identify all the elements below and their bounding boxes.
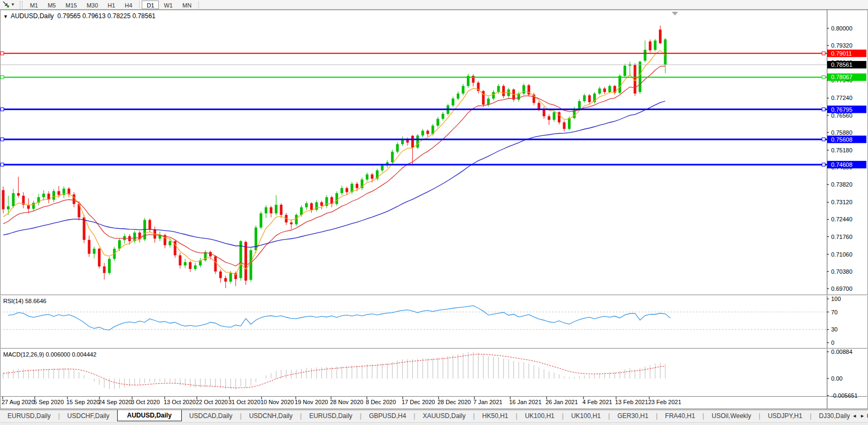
- candle-body: [42, 194, 45, 197]
- timeframe-button-m15[interactable]: M15: [60, 1, 81, 9]
- price-tick-label: 0.75880: [831, 129, 852, 136]
- toolbar-grip-handle[interactable]: [20, 1, 22, 9]
- tab-usdcad-daily[interactable]: USDCAD,Daily: [182, 410, 240, 421]
- time-tick-label: 26 Jan 2021: [546, 399, 578, 405]
- tab-eurusd-daily[interactable]: EURUSD,Daily: [302, 410, 360, 421]
- timeframe-button-d1[interactable]: D1: [142, 1, 159, 9]
- candle-body: [568, 118, 571, 129]
- price-tick-label: 0.70380: [831, 268, 852, 275]
- tab-usdcnh-daily[interactable]: USDCNH,Daily: [242, 410, 300, 421]
- candle-body: [57, 191, 60, 195]
- time-tick-label: 13 Oct 2020: [164, 399, 196, 405]
- candle-body: [644, 50, 647, 60]
- tab-ger30-h1[interactable]: GER30,H1: [610, 410, 656, 421]
- candle-body: [189, 262, 191, 269]
- candle-body: [609, 86, 611, 92]
- candle-body: [240, 241, 242, 278]
- candle-body: [7, 206, 10, 210]
- candle-body: [270, 207, 272, 213]
- hline-handle[interactable]: [822, 52, 825, 55]
- price-badge-0.74608-label: 0.74608: [831, 161, 852, 168]
- candle-body: [295, 215, 298, 224]
- candle-body: [108, 259, 111, 273]
- candle-body: [184, 262, 187, 265]
- hline-handle[interactable]: [1, 138, 4, 141]
- candle-body: [194, 265, 197, 269]
- timeframe-button-h1[interactable]: H1: [103, 1, 120, 9]
- candle-body: [88, 240, 90, 254]
- collapse-chart-icon[interactable]: ▼: [3, 14, 8, 19]
- hline-handle[interactable]: [1, 52, 4, 55]
- chart-tool-icon[interactable]: [2, 1, 10, 9]
- tab-usdchf-daily[interactable]: USDCHF,Daily: [60, 410, 117, 421]
- time-tick-label: 16 Jan 2021: [509, 399, 542, 405]
- candle-body: [93, 249, 96, 253]
- candle-body: [548, 117, 550, 120]
- candle-body: [649, 42, 651, 51]
- rsi-tick-label: 0: [831, 339, 834, 346]
- hline-handle[interactable]: [822, 75, 825, 79]
- candle-body: [457, 94, 459, 98]
- price-tick-label: 0.75180: [831, 147, 852, 153]
- time-tick-label: 22 Oct 2020: [196, 399, 228, 405]
- tab-eurusd-daily[interactable]: EURUSD,Daily: [0, 410, 58, 421]
- hline-handle[interactable]: [1, 108, 4, 111]
- tab-fra40-h1[interactable]: FRA40,H1: [658, 410, 703, 421]
- candle-body: [436, 119, 439, 126]
- candle-body: [305, 203, 308, 207]
- candle-body: [224, 278, 227, 282]
- candle-body: [341, 188, 343, 193]
- candle-body: [250, 250, 252, 280]
- timeframe-button-h4[interactable]: H4: [120, 1, 137, 9]
- timeframe-buttons: M1M5M15M30H1H4D1W1MN: [25, 1, 196, 9]
- chart-ohlc-values: 0.79565 0.79613 0.78225 0.78561: [57, 12, 156, 20]
- tab-uk100-h1[interactable]: UK100,H1: [564, 410, 608, 421]
- tab-audusd-daily[interactable]: AUDUSD,Daily: [117, 409, 182, 421]
- candle-body: [219, 272, 222, 278]
- candle-body: [618, 76, 621, 93]
- tab-gbpusd-h4[interactable]: GBPUSD,H4: [362, 410, 413, 421]
- candle-body: [583, 95, 586, 101]
- rsi-indicator-label: RSI(14) 58.6646: [3, 298, 47, 304]
- candle-body: [659, 29, 662, 43]
- hline-handle[interactable]: [822, 108, 825, 111]
- timeframe-button-m30[interactable]: M30: [82, 1, 103, 9]
- chevron-down-icon[interactable]: ▼: [11, 2, 15, 7]
- tab-xauusd-daily[interactable]: XAUUSD,Daily: [415, 410, 473, 421]
- rsi-tick-label: 100: [831, 296, 841, 302]
- rsi-tick-label: 30: [831, 326, 838, 333]
- candle-body: [259, 213, 262, 227]
- status-bar: [0, 422, 868, 425]
- tab-uk100-h1[interactable]: UK100,H1: [517, 410, 562, 421]
- tab-scroll-right-icon[interactable]: ►: [860, 413, 865, 419]
- candle-body: [396, 144, 399, 152]
- candle-body: [2, 190, 5, 210]
- candle-body: [442, 114, 444, 119]
- tab-usoil-weekly[interactable]: USOil,Weekly: [704, 410, 759, 421]
- hline-handle[interactable]: [1, 163, 4, 166]
- hline-handle[interactable]: [1, 75, 4, 79]
- hline-handle[interactable]: [822, 138, 825, 141]
- timeframe-button-mn[interactable]: MN: [178, 1, 196, 9]
- candle-body: [366, 174, 368, 179]
- tab-usdjpy-h1[interactable]: USDJPY,H1: [761, 410, 810, 421]
- candle-body: [275, 205, 278, 213]
- time-tick-label: 19 Nov 2020: [295, 399, 328, 405]
- time-tick-label: 28 Dec 2020: [437, 399, 471, 405]
- time-tick-label: 4 Feb 2021: [582, 399, 612, 405]
- candle-body: [497, 86, 500, 92]
- tab-hk50-h1[interactable]: HK50,H1: [475, 410, 516, 421]
- time-tick-label: 13 Feb 2021: [615, 399, 648, 405]
- tab-scroll-left-icon[interactable]: ◄: [852, 413, 857, 419]
- toolbar-separator: [139, 1, 140, 8]
- candle-body: [73, 195, 75, 204]
- rsi-tick-label: 70: [831, 309, 838, 315]
- hline-handle[interactable]: [822, 163, 825, 166]
- timeframe-button-w1[interactable]: W1: [159, 1, 178, 9]
- macd-tick-label: 0.00884: [831, 349, 852, 355]
- timeframe-button-m5[interactable]: M5: [43, 1, 60, 9]
- timeframe-button-m1[interactable]: M1: [25, 1, 43, 9]
- candle-body: [537, 103, 540, 109]
- price-tick-label: 0.77240: [831, 95, 852, 101]
- macd-indicator-label: MACD(12,26,9) 0.006000 0.004442: [3, 351, 96, 358]
